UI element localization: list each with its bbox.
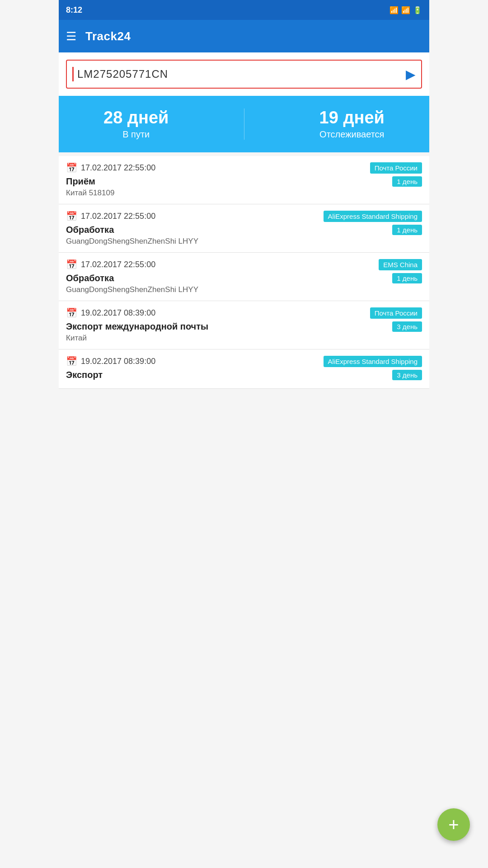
events-list: 📅 17.02.2017 22:55:00 Почта России Приём… <box>59 156 429 389</box>
event-time-text: 19.02.2017 08:39:00 <box>81 308 155 318</box>
event-header: 📅 19.02.2017 08:39:00 AliExpress Standar… <box>66 356 422 367</box>
event-datetime: 📅 19.02.2017 08:39:00 <box>66 356 155 367</box>
event-header: 📅 17.02.2017 22:55:00 AliExpress Standar… <box>66 211 422 222</box>
menu-icon[interactable]: ☰ <box>66 29 76 43</box>
event-status: Обработка <box>66 225 114 235</box>
stat-tracked: 19 дней Отслеживается <box>319 108 385 140</box>
status-bar: 8:12 📶 📶 🔋 <box>59 0 429 20</box>
status-time: 8:12 <box>66 5 82 15</box>
status-icons: 📶 📶 🔋 <box>389 6 422 14</box>
event-location: GuangDongShengShenZhenShi LHYY <box>66 237 422 246</box>
event-service-badge: AliExpress Standard Shipping <box>324 211 422 222</box>
calendar-icon: 📅 <box>66 211 77 222</box>
event-item: 📅 17.02.2017 22:55:00 AliExpress Standar… <box>59 204 429 253</box>
event-day-badge: 3 день <box>392 321 422 332</box>
event-body: Обработка 1 день <box>66 273 422 283</box>
app-title: Track24 <box>85 29 131 43</box>
event-time-text: 17.02.2017 22:55:00 <box>81 260 155 269</box>
event-datetime: 📅 17.02.2017 22:55:00 <box>66 211 155 222</box>
text-cursor <box>72 67 74 81</box>
event-status: Экспорт международной почты <box>66 321 208 332</box>
event-datetime: 📅 19.02.2017 08:39:00 <box>66 307 155 318</box>
stat-divider <box>244 108 244 140</box>
event-body: Экспорт международной почты 3 день <box>66 321 422 332</box>
event-service-badge: Почта России <box>370 307 422 319</box>
event-body: Приём 1 день <box>66 176 422 187</box>
event-day-badge: 1 день <box>392 176 422 187</box>
toolbar: ☰ Track24 <box>59 20 429 52</box>
search-container: LM275205771CN ▶ <box>59 52 429 96</box>
event-body: Обработка 1 день <box>66 225 422 235</box>
calendar-icon: 📅 <box>66 259 77 270</box>
event-time-text: 17.02.2017 22:55:00 <box>81 163 155 173</box>
event-service-badge: AliExpress Standard Shipping <box>324 356 422 367</box>
event-header: 📅 17.02.2017 22:55:00 Почта России <box>66 162 422 174</box>
search-box[interactable]: LM275205771CN ▶ <box>66 60 422 89</box>
event-status: Экспорт <box>66 370 103 380</box>
event-day-badge: 1 день <box>392 225 422 235</box>
signal-icon: 📶 <box>401 6 410 14</box>
search-input[interactable]: LM275205771CN <box>77 68 406 80</box>
event-service-badge: EMS China <box>379 259 422 270</box>
event-item: 📅 19.02.2017 08:39:00 AliExpress Standar… <box>59 349 429 389</box>
event-item: 📅 17.02.2017 22:55:00 EMS China Обработк… <box>59 253 429 301</box>
event-header: 📅 19.02.2017 08:39:00 Почта России <box>66 307 422 319</box>
event-item: 📅 19.02.2017 08:39:00 Почта России Экспо… <box>59 301 429 349</box>
event-location: Китай <box>66 334 422 343</box>
event-location: Китай 518109 <box>66 189 422 198</box>
event-day-badge: 3 день <box>392 370 422 380</box>
stat-transit-value: 28 дней <box>103 108 169 127</box>
event-datetime: 📅 17.02.2017 22:55:00 <box>66 259 155 270</box>
event-status: Обработка <box>66 273 114 283</box>
event-body: Экспорт 3 день <box>66 370 422 380</box>
event-day-badge: 1 день <box>392 273 422 283</box>
stats-section: 28 дней В пути 19 дней Отслеживается <box>59 96 429 152</box>
event-time-text: 19.02.2017 08:39:00 <box>81 357 155 366</box>
wifi-icon: 📶 <box>389 6 399 14</box>
send-button[interactable]: ▶ <box>406 67 416 82</box>
event-header: 📅 17.02.2017 22:55:00 EMS China <box>66 259 422 270</box>
event-item: 📅 17.02.2017 22:55:00 Почта России Приём… <box>59 156 429 204</box>
event-location: GuangDongShengShenZhenShi LHYY <box>66 285 422 294</box>
calendar-icon: 📅 <box>66 307 77 318</box>
calendar-icon: 📅 <box>66 356 77 367</box>
calendar-icon: 📅 <box>66 162 77 173</box>
stat-transit-label: В пути <box>103 129 169 140</box>
battery-icon: 🔋 <box>413 6 422 14</box>
event-datetime: 📅 17.02.2017 22:55:00 <box>66 162 155 173</box>
event-status: Приём <box>66 176 95 187</box>
event-service-badge: Почта России <box>370 162 422 174</box>
event-time-text: 17.02.2017 22:55:00 <box>81 212 155 221</box>
stat-tracked-value: 19 дней <box>319 108 385 127</box>
stat-tracked-label: Отслеживается <box>319 129 385 140</box>
stat-transit: 28 дней В пути <box>103 108 169 140</box>
